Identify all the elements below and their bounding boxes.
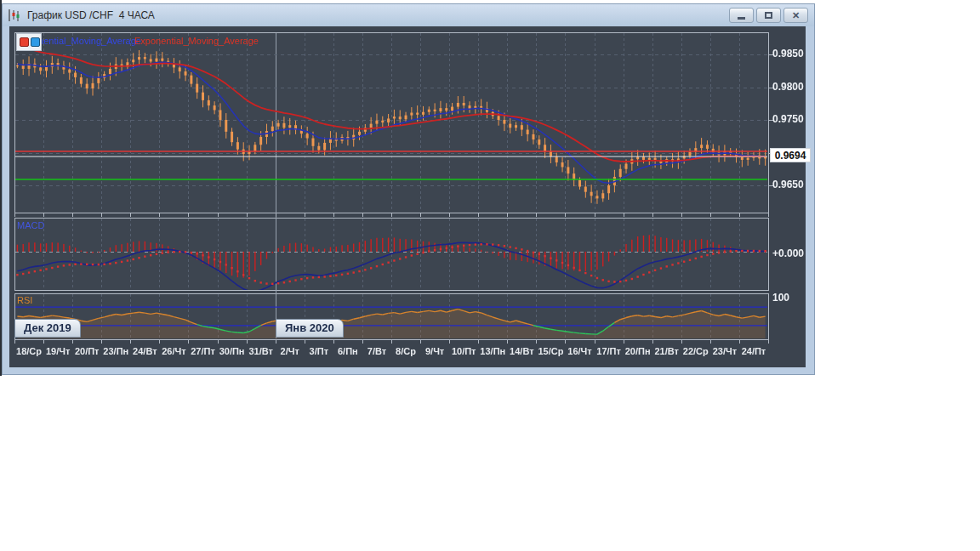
- date-label: 24/Пт: [737, 346, 771, 356]
- rsi-panel-label: RSI: [17, 295, 32, 305]
- month-button-dec-2019[interactable]: Дек 2019: [14, 319, 81, 338]
- month-button-jan-2020[interactable]: Янв 2020: [276, 319, 344, 338]
- rsi-top-axis-label: 100: [772, 292, 789, 304]
- price-tick-label: 0.9850: [772, 48, 804, 60]
- minimize-button[interactable]: [729, 8, 754, 23]
- macd-panel-label: MACD: [17, 220, 44, 230]
- current-price-badge: 0.9694: [770, 148, 811, 162]
- close-button[interactable]: ✕: [783, 8, 808, 23]
- macd-zero-axis-label: +0.000: [772, 247, 804, 259]
- close-icon: ✕: [792, 11, 800, 20]
- price-tick-label: 0.9800: [772, 81, 804, 93]
- ema-fast-toggle-swatch[interactable]: [31, 37, 40, 47]
- price-tick-label: 0.9750: [772, 113, 804, 125]
- restore-icon: [765, 12, 772, 19]
- restore-button[interactable]: [756, 8, 781, 23]
- ema-slow-toggle-swatch[interactable]: [20, 37, 29, 47]
- window-controls: ✕: [726, 8, 808, 23]
- indicator-toggle-box: [16, 33, 42, 51]
- desktop: График USD /CHF 4 ЧАСА ✕ Exponential_Mov…: [0, 0, 980, 551]
- chart-canvas[interactable]: [0, 0, 815, 375]
- titlebar[interactable]: График USD /CHF 4 ЧАСА ✕: [3, 4, 814, 26]
- minimize-icon: [738, 17, 745, 20]
- ema-slow-legend-label: Exponential_Moving_Average: [134, 36, 259, 46]
- window-title: График USD /CHF 4 ЧАСА: [27, 9, 155, 21]
- price-tick-label: 0.9650: [772, 179, 804, 190]
- candlestick-chart-icon: [8, 9, 23, 22]
